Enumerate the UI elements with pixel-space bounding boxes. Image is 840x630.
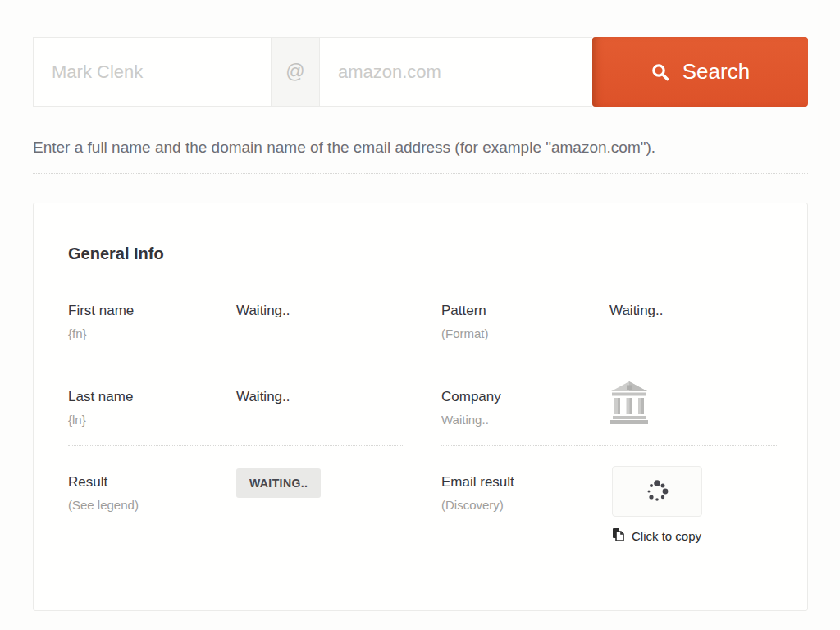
search-button-label: Search bbox=[682, 59, 750, 84]
search-icon bbox=[651, 62, 670, 82]
click-to-copy-button[interactable]: Click to copy bbox=[612, 527, 701, 545]
domain-input[interactable] bbox=[320, 37, 592, 107]
field-email-result: Email result (Discovery) Click to cop bbox=[441, 446, 778, 545]
field-sublabel: (Format) bbox=[441, 326, 609, 342]
field-label: Result bbox=[68, 473, 236, 491]
field-sublabel: (See legend) bbox=[68, 497, 236, 514]
field-value: Waiting.. bbox=[236, 388, 290, 406]
field-value: Waiting.. bbox=[609, 302, 664, 320]
field-sublabel: (Discovery) bbox=[441, 497, 609, 514]
card-title: General Info bbox=[68, 244, 777, 263]
field-label: Last name bbox=[68, 388, 236, 406]
copy-icon bbox=[612, 527, 625, 545]
fields-grid: First name {fn} Waiting.. Pattern (Forma… bbox=[68, 263, 777, 545]
field-sublabel: {ln} bbox=[68, 412, 236, 428]
field-label-block: First name {fn} bbox=[68, 302, 236, 342]
field-label-block: Last name {ln} bbox=[68, 388, 236, 428]
spinner-icon bbox=[655, 489, 660, 494]
field-pattern: Pattern (Format) Waiting.. bbox=[441, 263, 778, 358]
field-label: Email result bbox=[441, 473, 609, 491]
field-label: Pattern bbox=[441, 302, 609, 320]
search-button[interactable]: Search bbox=[592, 37, 808, 107]
field-sublabel: Waiting.. bbox=[441, 412, 609, 428]
copy-label: Click to copy bbox=[632, 529, 701, 543]
field-value: Waiting.. bbox=[236, 302, 290, 320]
general-info-card: General Info First name {fn} Waiting.. P… bbox=[33, 203, 808, 611]
search-bar: @ Search bbox=[33, 37, 808, 107]
field-label: First name bbox=[68, 302, 236, 320]
field-label: Company bbox=[441, 388, 609, 406]
bank-icon bbox=[609, 380, 649, 429]
email-result-box bbox=[612, 466, 702, 517]
at-separator: @ bbox=[271, 37, 320, 107]
field-label-block: Company Waiting.. bbox=[441, 388, 609, 428]
field-result: Result (See legend) WAITING.. bbox=[68, 446, 404, 545]
field-first-name: First name {fn} Waiting.. bbox=[68, 263, 404, 358]
field-company: Company Waiting.. bbox=[441, 358, 778, 446]
status-badge: WAITING.. bbox=[236, 468, 321, 498]
at-symbol: @ bbox=[285, 61, 304, 83]
field-label-block: Result (See legend) bbox=[68, 473, 236, 514]
full-name-input[interactable] bbox=[33, 37, 271, 107]
helper-text: Enter a full name and the domain name of… bbox=[33, 138, 808, 158]
field-last-name: Last name {ln} Waiting.. bbox=[68, 358, 404, 446]
email-result-block: Click to copy bbox=[609, 466, 704, 545]
divider bbox=[33, 173, 808, 174]
field-sublabel: {fn} bbox=[68, 326, 236, 342]
field-label-block: Email result (Discovery) bbox=[441, 473, 609, 514]
field-label-block: Pattern (Format) bbox=[441, 302, 609, 342]
